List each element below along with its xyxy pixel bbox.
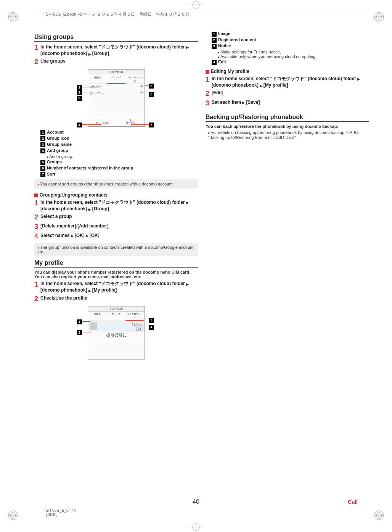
phone-screenshot: ドコモ電話帳 連絡先 グループ マイプロフィール お知らせ 編集 📞 自分の電話… xyxy=(88,306,145,360)
chevron-right-icon xyxy=(87,51,92,57)
callout-5: 5 xyxy=(149,83,156,89)
footer-filename: SH-03G_E_04.fm [40/40] xyxy=(46,508,76,517)
registration-mark-icon xyxy=(8,510,18,521)
g-step-3: 3[Delete member]/[Add member] xyxy=(34,223,198,231)
step-2: 2 Use groups xyxy=(34,58,198,66)
sub-editing-profile: Editing My profile xyxy=(206,69,369,74)
g-step-1: 1 In the home screen, select "ドコモクラウド" (… xyxy=(34,199,198,212)
phone-screenshot: ドコモ電話帳 連絡先 グループ マイプロフィール お気に入り(1) グループ1(… xyxy=(88,69,145,127)
chevron-right-icon xyxy=(87,206,92,213)
registration-mark-icon xyxy=(8,11,18,22)
mp-step-1: 1 In the home screen, select "ドコモクラウド" (… xyxy=(34,281,198,293)
legend-group-icon: 2Group icon xyxy=(40,136,198,141)
chevron-right-icon xyxy=(185,281,190,287)
square-bullet-icon xyxy=(34,193,38,197)
square-bullet-icon xyxy=(206,70,209,74)
left-column: Using groups 1 In the home screen, selec… xyxy=(34,31,198,363)
callout-1b: 1 xyxy=(77,319,84,324)
note-sort: You cannot sort groups other than ones c… xyxy=(34,179,198,189)
rlegend-edit: 4Edit xyxy=(212,60,369,65)
group-icon xyxy=(90,92,93,95)
callout-2: 2 xyxy=(77,90,84,95)
legend-add-group: 4Add group xyxy=(40,148,198,153)
footer-call-link[interactable]: Call xyxy=(348,499,358,505)
header-rule xyxy=(31,10,361,10)
note-group-function: The group function is available on conta… xyxy=(34,243,198,256)
registration-mark-icon xyxy=(188,0,204,10)
figure-my-profile: ドコモ電話帳 連絡先 グループ マイプロフィール お知らせ 編集 📞 自分の電話… xyxy=(34,306,198,360)
callout-6: 6 xyxy=(149,92,156,97)
chevron-right-icon xyxy=(85,232,90,239)
right-column: 1Image 2Registered content 3Notice Make … xyxy=(206,31,369,363)
legend-sort: 7Sort xyxy=(40,172,198,177)
chevron-right-icon xyxy=(241,99,246,106)
legend-groups: 5Groups xyxy=(40,160,198,165)
rlegend-notice: 3Notice xyxy=(212,44,369,49)
legend-group-name: 3Group name xyxy=(40,142,198,147)
e-step-3: 3 Set each item[Save] xyxy=(206,99,369,108)
callout-2b: 2 xyxy=(77,330,84,335)
section-backup: Backing up/Restoring phonebook xyxy=(206,114,369,122)
chevron-right-icon xyxy=(70,232,75,239)
step-1: 1 In the home screen, select "ドコモクラウド" (… xyxy=(34,44,198,57)
avatar-icon xyxy=(90,322,97,330)
e-step-2: 2[Edit] xyxy=(206,90,369,98)
chevron-right-icon xyxy=(356,76,361,82)
legend-contact-count: 6Number of contacts registered in the gr… xyxy=(40,166,198,171)
callout-4b: 4 xyxy=(149,324,156,330)
registration-mark-icon xyxy=(374,11,384,22)
print-header: SH-03G_E.book 40 ページ ２０１５年４月６日 月曜日 午前１０時… xyxy=(46,11,190,17)
callout-7: 7 xyxy=(149,122,156,127)
my-profile-desc: You can display your phone number regist… xyxy=(34,270,198,279)
legend-account: 1Account xyxy=(40,130,198,135)
chevron-right-icon xyxy=(185,44,190,50)
rlegend-image: 1Image xyxy=(212,31,369,37)
callout-3: 3 xyxy=(77,95,84,101)
chevron-right-icon xyxy=(87,287,92,294)
section-my-profile: My profile xyxy=(34,260,198,268)
callout-4: 4 xyxy=(77,122,84,127)
backup-desc: You can back up/restore the phonebook by… xyxy=(206,124,369,129)
rlegend-registered: 2Registered content xyxy=(212,37,369,43)
registration-mark-icon xyxy=(188,522,204,532)
g-step-4: 4 Select names[OK][OK] xyxy=(34,232,198,241)
mp-step-2: 2Check/Use the profile xyxy=(34,295,198,303)
page-number: 40 xyxy=(193,498,199,505)
chevron-right-icon xyxy=(185,199,190,206)
chevron-right-icon xyxy=(259,82,263,89)
callout-1: 1 xyxy=(77,85,84,90)
backup-detail: For details on backing up/restoring phon… xyxy=(208,130,369,140)
callout-3b: 3 xyxy=(149,318,156,323)
registration-mark-icon xyxy=(374,510,384,521)
section-using-groups: Using groups xyxy=(34,34,198,42)
e-step-1: 1 In the home screen, select "ドコモクラウド" (… xyxy=(206,76,369,89)
sub-grouping: Grouping/Ungrouping contacts xyxy=(34,192,198,198)
figure-groups: ドコモ電話帳 連絡先 グループ マイプロフィール お気に入り(1) グループ1(… xyxy=(34,69,198,127)
g-step-2: 2Select a group xyxy=(34,213,198,222)
